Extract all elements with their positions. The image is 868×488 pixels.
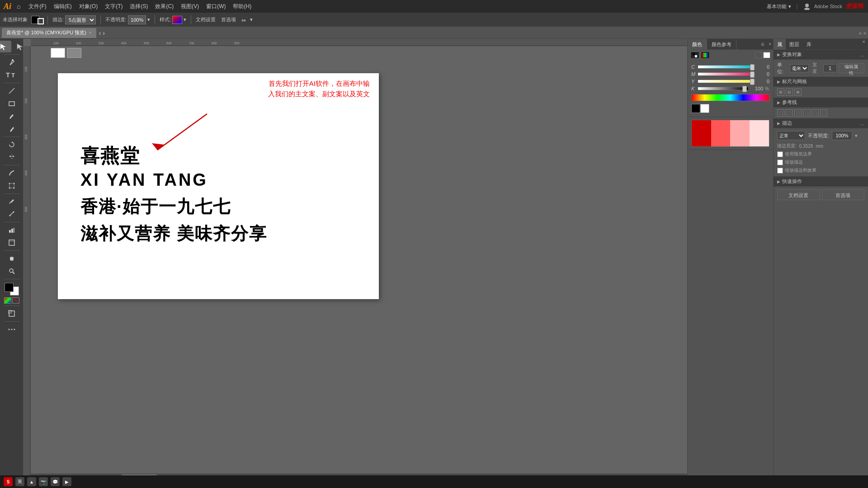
grid-icon-1[interactable]: ⊞: [777, 89, 784, 96]
preferences-quick-btn[interactable]: 首选项: [822, 189, 865, 200]
menu-effect[interactable]: 效果(C): [152, 0, 176, 13]
menu-file[interactable]: 文件(F): [26, 0, 49, 13]
menu-view[interactable]: 视图(V): [178, 0, 202, 13]
opacity-chevron-trans[interactable]: ▾: [855, 133, 858, 139]
free-transform-tool[interactable]: [4, 180, 20, 192]
c-slider-track[interactable]: [698, 65, 755, 69]
stroke-swatch-small[interactable]: [38, 18, 44, 24]
quick-actions-expand[interactable]: ▶: [777, 179, 780, 184]
gradient-btn[interactable]: [4, 297, 11, 304]
paintbrush-tool[interactable]: [4, 110, 20, 122]
foreground-swatch[interactable]: [5, 283, 14, 292]
document-tab[interactable]: 喜燕堂* @ 100% (CMYK/GPU 预览) ×: [2, 28, 96, 38]
taskbar-icon-1[interactable]: S: [4, 477, 13, 486]
k-slider-track[interactable]: [698, 87, 749, 90]
graph-tool[interactable]: [4, 224, 20, 236]
artboard-tool[interactable]: [4, 237, 20, 249]
expand-panels-btn[interactable]: »: [859, 30, 862, 36]
doc-settings-quick-btn[interactable]: 文档设置: [777, 189, 820, 200]
ref-icon-6[interactable]: ⬚: [820, 109, 827, 117]
background-color-btn[interactable]: [763, 52, 770, 58]
ruler-expand-arrow[interactable]: ▶: [777, 80, 780, 84]
taskbar-icon-4[interactable]: 📷: [39, 477, 48, 486]
edit-properties-btn[interactable]: 编辑属性: [839, 63, 864, 73]
reflect-tool[interactable]: [4, 151, 20, 163]
width-input[interactable]: [823, 64, 837, 72]
libraries-tab[interactable]: 库: [803, 39, 815, 50]
grid-icon-2[interactable]: ⊟: [786, 89, 793, 96]
collapse-panels-btn[interactable]: «: [863, 30, 866, 36]
opacity-input[interactable]: [128, 15, 146, 24]
type-tool[interactable]: T T: [4, 69, 20, 81]
far-right-close[interactable]: ×: [860, 39, 868, 49]
preferences-btn[interactable]: 首选项: [219, 14, 238, 26]
brush-dropdown[interactable]: 5点圆形: [65, 15, 96, 24]
toolbar-extra[interactable]: ⇔ ▾: [240, 14, 255, 26]
unit-select[interactable]: 毫米 像素 英寸: [790, 64, 809, 72]
preview-edges-checkbox[interactable]: [777, 151, 783, 157]
direct-selection-tool[interactable]: [12, 41, 24, 52]
transparency-collapse-btn[interactable]: …: [859, 121, 864, 126]
blend-mode-select[interactable]: 正常 正片叠底 滤色: [777, 131, 805, 140]
more-tools-btn[interactable]: [4, 324, 20, 335]
transform-expand-arrow[interactable]: ▶: [777, 52, 780, 57]
menu-edit[interactable]: 编辑(E): [51, 0, 75, 13]
opacity-dropdown-arrow[interactable]: ▾: [147, 17, 150, 23]
eyedropper-tool[interactable]: [4, 196, 20, 207]
black-swatch[interactable]: [691, 104, 700, 113]
fill-stroke-swatches[interactable]: [5, 283, 19, 296]
color-picker-icon[interactable]: [690, 52, 699, 59]
ref-icon-3[interactable]: ⬚: [794, 109, 802, 117]
taskbar-icon-6[interactable]: ▶: [62, 477, 71, 486]
color-spectrum-bar[interactable]: [691, 94, 769, 101]
y-slider-track[interactable]: [698, 80, 755, 83]
none-btn[interactable]: [12, 297, 19, 304]
hand-tool[interactable]: [4, 253, 20, 264]
workspace-selector[interactable]: 基本功能 ▾: [767, 3, 791, 10]
ref-icon-5[interactable]: ⬚: [811, 109, 819, 117]
style-dropdown-arrow[interactable]: ▾: [184, 17, 186, 23]
color-panel-close[interactable]: ×: [767, 42, 773, 47]
scale-effects-checkbox[interactable]: [777, 168, 783, 174]
pencil-tool[interactable]: [4, 123, 20, 135]
ref-icon-2[interactable]: ⬚: [786, 109, 793, 117]
taskbar-icon-3[interactable]: ▲: [27, 477, 36, 486]
taskbar-icon-5[interactable]: 💬: [51, 477, 60, 486]
canvas-container[interactable]: 首先我们打开AI软件，在画布中输 入我们的主文案、副文案以及英文 喜燕堂 XI …: [31, 46, 687, 480]
layers-tab[interactable]: 图层: [786, 39, 803, 50]
c-slider-thumb[interactable]: [750, 64, 755, 70]
color-panel-tab[interactable]: 颜色: [688, 39, 707, 50]
tab-scroll-left[interactable]: ‹: [99, 29, 101, 37]
doc-settings-btn[interactable]: 文档设置: [194, 14, 217, 26]
rectangle-tool[interactable]: [4, 98, 20, 109]
scale-strokes-checkbox[interactable]: [777, 160, 783, 165]
taskbar-icon-2[interactable]: 英: [15, 477, 24, 486]
k-slider-thumb[interactable]: [742, 86, 747, 92]
line-tool[interactable]: [4, 85, 20, 97]
canvas-area[interactable]: 100 200 300 400 500 600 700 800 900 100 …: [24, 39, 687, 488]
tab-scroll-right[interactable]: ›: [103, 29, 105, 37]
ref-expand-arrow[interactable]: ▶: [777, 100, 780, 105]
tab-close-btn[interactable]: ×: [89, 30, 92, 35]
menu-select[interactable]: 选择(S): [127, 0, 151, 13]
color-panel-collapse[interactable]: ≡: [758, 41, 767, 47]
measure-tool[interactable]: [4, 208, 20, 220]
menu-type[interactable]: 文字(T): [102, 0, 125, 13]
menu-window[interactable]: 窗口(W): [203, 0, 228, 13]
home-icon[interactable]: ⌂: [17, 3, 20, 10]
pen-tool[interactable]: [4, 56, 20, 68]
rotate-tool[interactable]: [4, 139, 20, 150]
zoom-tool[interactable]: [4, 265, 20, 277]
y-slider-thumb[interactable]: [750, 79, 755, 85]
color-ref-swatches[interactable]: [691, 120, 769, 147]
transform-collapse-btn[interactable]: …: [859, 52, 864, 57]
ref-icon-1[interactable]: ⬚: [777, 109, 784, 117]
m-slider-thumb[interactable]: [750, 71, 755, 78]
adobe-stock-link[interactable]: Adobe Stock: [814, 4, 842, 9]
menu-object[interactable]: 对象(O): [76, 0, 100, 13]
m-slider-track[interactable]: [698, 72, 755, 76]
selection-tool[interactable]: [0, 41, 11, 52]
ref-icon-4[interactable]: ⬚: [803, 109, 810, 117]
properties-tab[interactable]: 属: [774, 39, 786, 50]
style-swatch[interactable]: [172, 16, 182, 24]
